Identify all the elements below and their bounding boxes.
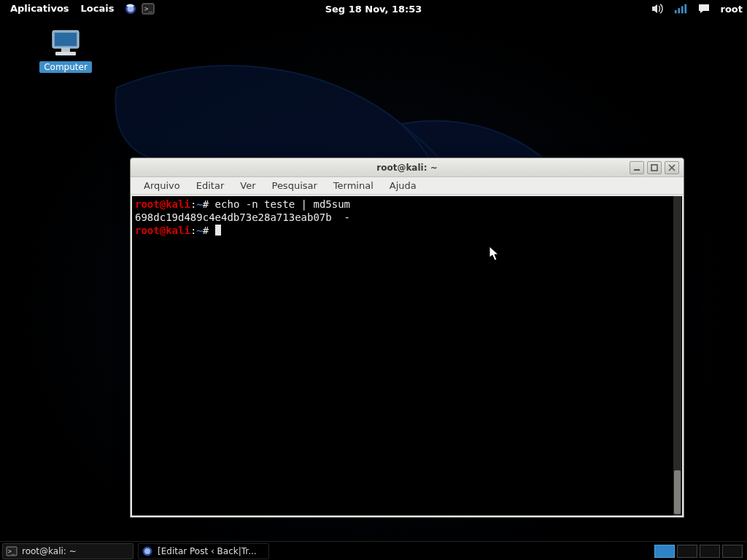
taskbar-button-label: root@kali: ~	[22, 546, 77, 556]
top-panel: Aplicativos Locais >_ Seg 18 Nov, 18:53 …	[0, 0, 747, 18]
svg-rect-9	[55, 33, 77, 46]
workspace-pager	[654, 545, 747, 558]
places-menu[interactable]: Locais	[75, 0, 120, 18]
chat-icon[interactable]	[697, 2, 711, 15]
menu-view[interactable]: Ver	[233, 179, 263, 192]
network-icon[interactable]	[674, 2, 687, 15]
terminal-icon: >_	[6, 545, 18, 557]
menu-search[interactable]: Pesquisar	[265, 179, 325, 192]
svg-rect-4	[674, 10, 676, 13]
mouse-cursor-icon	[489, 246, 500, 262]
taskbar-button-label: [Editar Post ‹ Back|Tr...	[158, 546, 257, 556]
terminal-cursor	[215, 225, 221, 236]
terminal-line: root@kali:~#	[135, 224, 679, 237]
window-title: root@kali: ~	[131, 163, 684, 173]
svg-rect-11	[55, 52, 76, 55]
workspace-2[interactable]	[677, 545, 697, 558]
svg-rect-6	[681, 6, 683, 13]
iceweasel-launcher-icon[interactable]	[124, 2, 137, 15]
volume-icon[interactable]	[651, 2, 664, 15]
workspace-1[interactable]	[654, 545, 675, 558]
workspace-4[interactable]	[722, 545, 743, 558]
scrollbar-thumb[interactable]	[674, 470, 681, 514]
menu-terminal[interactable]: Terminal	[326, 179, 381, 192]
browser-icon	[142, 545, 153, 557]
close-button[interactable]	[665, 161, 679, 174]
minimize-button[interactable]	[630, 161, 644, 174]
window-titlebar[interactable]: root@kali: ~	[131, 158, 684, 177]
computer-desktop-label: Computer	[39, 61, 92, 73]
svg-rect-10	[61, 48, 70, 52]
terminal-window[interactable]: root@kali: ~ Arquivo Editar Ver Pesquisa…	[130, 158, 684, 518]
taskbar-button[interactable]: >_root@kali: ~	[2, 543, 133, 559]
svg-rect-12	[634, 169, 640, 171]
clock[interactable]: Seg 18 Nov, 18:53	[325, 4, 422, 15]
taskbar-button[interactable]: [Editar Post ‹ Back|Tr...	[138, 543, 269, 559]
terminal-scrollbar[interactable]	[673, 196, 681, 516]
menu-edit[interactable]: Editar	[189, 179, 232, 192]
svg-text:>_: >_	[144, 5, 152, 12]
applications-menu[interactable]: Aplicativos	[4, 0, 75, 18]
svg-rect-7	[684, 4, 686, 14]
user-menu[interactable]: root	[721, 4, 743, 15]
computer-desktop-icon[interactable]: Computer	[36, 29, 95, 73]
terminal-line: 698dc19d489c4e4db73e28a713eab07b -	[135, 211, 679, 224]
menu-help[interactable]: Ajuda	[382, 179, 424, 192]
terminal-line: root@kali:~# echo -n teste | md5sum	[135, 198, 679, 211]
terminal-launcher-icon[interactable]: >_	[142, 2, 155, 15]
bottom-panel: >_root@kali: ~[Editar Post ‹ Back|Tr...	[0, 541, 747, 560]
workspace-3[interactable]	[700, 545, 720, 558]
terminal-body[interactable]: root@kali:~# echo -n teste | md5sum698dc…	[132, 196, 682, 516]
maximize-button[interactable]	[647, 161, 662, 174]
svg-rect-13	[651, 165, 657, 171]
svg-point-17	[144, 548, 150, 554]
svg-text:>_: >_	[8, 548, 15, 555]
svg-rect-5	[678, 8, 680, 13]
menu-file[interactable]: Arquivo	[136, 179, 187, 192]
terminal-menubar: Arquivo Editar Ver Pesquisar Terminal Aj…	[131, 177, 684, 195]
computer-icon	[48, 29, 83, 58]
